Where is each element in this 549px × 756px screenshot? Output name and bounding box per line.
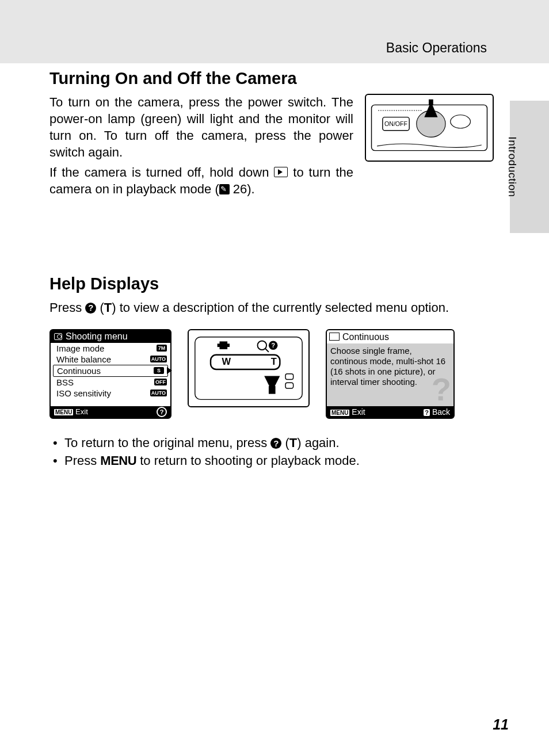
menu-row-white-balance: White balanceAUTO [51,354,170,365]
menu-row-iso: ISO sensitivityAUTO [51,388,170,399]
menu-badge: MENU [330,410,349,416]
svg-rect-3 [429,100,433,105]
content-area: Turning On and Off the Camera To turn on… [49,69,494,469]
svg-text:T: T [271,356,277,366]
help-text-header: Continuous [327,330,453,343]
svg-text:W: W [222,356,231,366]
shooting-menu-footer: MENU Exit ? [51,406,170,418]
manual-page: Basic Operations Introduction Turning On… [0,0,549,756]
svg-rect-11 [218,343,230,347]
camera-top-illustration: ON/OFF [365,94,494,162]
svg-rect-18 [285,383,293,388]
playback-icon [274,167,288,177]
svg-point-12 [258,341,267,350]
section2-heading: Help Displays [49,274,494,293]
question-mark-watermark: ? [432,370,451,408]
page-number: 11 [493,716,509,733]
page-ref-icon [219,184,230,194]
help-text-panel: Continuous Choose single frame, continou… [326,329,455,419]
svg-rect-7 [211,355,280,369]
bullet-1: To return to the original menu, press (T… [49,434,494,452]
chapter-title: Basic Operations [386,40,487,56]
svg-line-13 [265,349,269,352]
help-circle-icon: ? [157,407,167,417]
menu-word-icon: MENU [100,453,136,468]
menu-row-bss: BSSOFF [51,377,170,388]
shooting-menu-rows: Image mode7M White balanceAUTO Continuou… [51,343,170,399]
t-icon: T [104,300,112,315]
section2: Help Displays Press (T) to view a descri… [49,274,494,469]
camera-icon [54,333,62,340]
svg-rect-17 [285,374,293,380]
svg-rect-16 [269,386,276,394]
svg-rect-6 [195,337,302,400]
help-badge: ? [424,409,430,416]
svg-point-4 [451,115,471,128]
shooting-menu-header: Shooting menu [51,330,170,343]
onoff-label: ON/OFF [384,120,408,127]
help-icon [270,438,281,449]
t-icon: T [289,436,297,450]
help-text-body: Choose single frame, continous mode, mul… [327,343,453,406]
svg-text:?: ? [271,342,275,349]
section-tab-label: Introduction [505,136,518,197]
shooting-menu-panel: Shooting menu Image mode7M White balance… [49,329,171,419]
bullet-2: Press MENU to return to shooting or play… [49,452,494,469]
section1-para2: If the camera is turned off, hold down t… [49,164,353,197]
menu-row-continuous: ContinuousS [53,365,168,377]
section2-bullets: To return to the original menu, press (T… [49,434,494,469]
menu-row-image-mode: Image mode7M [51,343,170,354]
camera-back-illustration: W T ? [188,329,310,407]
section1-para1: To turn on the camera, press the power s… [49,94,353,161]
section1-heading: Turning On and Off the Camera [49,69,494,88]
continuous-icon [330,334,340,341]
menu-badge: MENU [54,409,73,415]
help-icon [85,303,96,314]
help-panels-row: Shooting menu Image mode7M White balance… [49,329,494,419]
section1-text: To turn on the camera, press the power s… [49,94,353,201]
section-tab: Introduction [510,101,549,233]
section2-intro: Press (T) to view a description of the c… [49,299,494,316]
